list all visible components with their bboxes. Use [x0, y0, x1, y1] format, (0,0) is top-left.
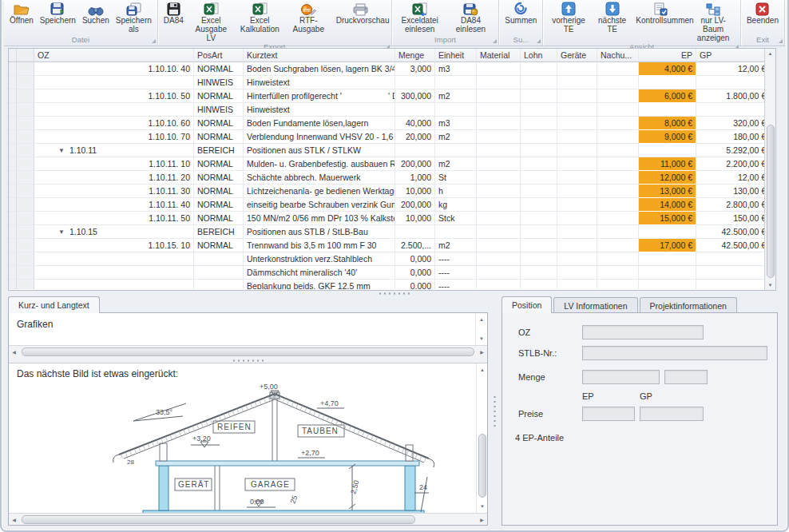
cell-lohn[interactable] [521, 212, 557, 225]
scroll-right-icon[interactable]: ▶ [477, 346, 487, 357]
cell-menge[interactable]: 300,000 [395, 89, 435, 103]
cell-ep[interactable]: 4,000 € [639, 62, 696, 76]
cell-kurztext[interactable]: Hinterfüllen profilgerecht ' ' D 20-30 c… [244, 89, 395, 103]
row-selector[interactable] [9, 130, 17, 144]
stlb-input[interactable] [582, 346, 767, 360]
cell-lohn[interactable] [521, 89, 557, 103]
cell-nachunternehmer[interactable] [597, 117, 639, 130]
cell-posart[interactable]: NORMAL [194, 157, 244, 171]
cell-material[interactable] [477, 185, 521, 198]
menge-unit-input[interactable] [664, 370, 708, 384]
cell-nachunternehmer[interactable] [597, 76, 639, 89]
cell-kurztext[interactable]: Hinweistext [244, 103, 395, 117]
cell-nachunternehmer[interactable] [597, 185, 639, 198]
menge-input[interactable] [582, 370, 660, 384]
cell-ep[interactable] [639, 103, 696, 117]
cell-menge[interactable]: 1,000 [395, 171, 435, 185]
cell-einheit[interactable]: Stck [435, 212, 477, 225]
cell-posart[interactable]: NORMAL [194, 62, 244, 76]
cell-kurztext[interactable]: Verblendung Innenwand VHSV 20 - 1,6 - NF… [244, 130, 395, 144]
table-row[interactable]: Dämmschicht mineralisch '40'0,000---- [9, 266, 764, 280]
row-selector[interactable] [9, 89, 17, 103]
scrollbar-thumb[interactable] [22, 347, 474, 356]
cell-kurztext[interactable]: Dämmschicht mineralisch '40' [244, 266, 395, 280]
cell-gp[interactable]: 1.800,00 € [696, 89, 764, 103]
cell-oz[interactable] [34, 76, 194, 89]
ribbon-button[interactable]: DA84 einlesen [446, 0, 497, 34]
cell-kurztext[interactable]: Beplankung beids. GKF 12,5 mm [244, 280, 395, 289]
cell-kurztext[interactable]: Lichtzeichenanla- ge bedienen Werktage 6… [244, 185, 395, 198]
cell-nachunternehmer[interactable] [597, 225, 639, 239]
cell-oz[interactable]: 1.10.11. 50 [34, 212, 194, 225]
ribbon-button[interactable]: nächste TE [592, 0, 633, 34]
column-header[interactable]: Nachu... [597, 49, 639, 62]
cell-posart[interactable]: NORMAL [194, 130, 244, 144]
cell-einheit[interactable] [435, 103, 477, 117]
cell-lohn[interactable] [521, 103, 557, 117]
cell-menge[interactable]: 0,000 [395, 252, 435, 266]
cell-posart[interactable]: NORMAL [194, 89, 244, 103]
cell-nachunternehmer[interactable] [597, 144, 639, 157]
cell-geraete[interactable] [557, 144, 597, 157]
ribbon-button[interactable]: DA84 [161, 0, 187, 26]
scroll-right-icon[interactable]: ▶ [477, 514, 487, 525]
cell-lohn[interactable] [521, 62, 557, 76]
row-selector-cell[interactable] [17, 239, 34, 252]
cell-posart[interactable] [194, 280, 244, 289]
cell-nachunternehmer[interactable] [597, 198, 639, 212]
cell-menge[interactable]: 0,000 [395, 266, 435, 280]
cell-einheit[interactable]: St [435, 171, 477, 185]
cell-lohn[interactable] [521, 157, 557, 171]
row-selector[interactable] [9, 280, 17, 289]
row-selector-cell[interactable] [17, 280, 34, 289]
grafiken-vertical-scrollbar[interactable]: ▲ ▼ [475, 313, 487, 345]
cell-material[interactable] [477, 266, 521, 280]
tab-kurz-und-langtext[interactable]: Kurz- und Langtext [8, 296, 100, 313]
cell-menge[interactable] [395, 144, 435, 157]
cell-posart[interactable] [194, 252, 244, 266]
row-selector[interactable] [9, 185, 17, 198]
cell-nachunternehmer[interactable] [597, 239, 639, 252]
cell-material[interactable] [477, 76, 521, 89]
cell-ep[interactable]: 17,000 € [639, 239, 696, 252]
table-row[interactable]: 1.10.11. 50NORMAL150 MN/m2 0/56 mm DPr 1… [9, 212, 764, 225]
vertical-splitter[interactable] [488, 296, 502, 526]
column-header[interactable]: PosArt [194, 49, 244, 62]
cell-nachunternehmer[interactable] [597, 171, 639, 185]
cell-nachunternehmer[interactable] [597, 62, 639, 76]
cell-oz[interactable]: 1.10.11. 20 [34, 171, 194, 185]
cell-oz[interactable] [34, 103, 194, 117]
cell-posart[interactable]: HINWEIS [194, 103, 244, 117]
column-header[interactable]: Geräte [557, 49, 597, 62]
cell-oz[interactable] [34, 280, 194, 289]
cell-geraete[interactable] [557, 103, 597, 117]
column-header[interactable]: Material [477, 49, 521, 62]
cell-ep[interactable] [639, 280, 696, 289]
cell-lohn[interactable] [521, 117, 557, 130]
cell-kurztext[interactable]: Trennwand bis 3,5 m 100 mm F 30 [244, 239, 395, 252]
cell-material[interactable] [477, 212, 521, 225]
row-selector-cell[interactable] [17, 103, 34, 117]
cell-einheit[interactable]: h [435, 185, 477, 198]
cell-lohn[interactable] [521, 144, 557, 157]
cell-oz[interactable] [34, 252, 194, 266]
cell-einheit[interactable]: ---- [435, 252, 477, 266]
table-row[interactable]: 1.10.11. 20NORMALSchächte abbrech. Mauer… [9, 171, 764, 185]
cell-ep[interactable]: 14,000 € [639, 198, 696, 212]
cell-lohn[interactable] [521, 185, 557, 198]
cell-lohn[interactable] [521, 266, 557, 280]
cell-material[interactable] [477, 103, 521, 117]
cell-ep[interactable] [639, 225, 696, 239]
cell-ep[interactable]: 9,000 € [639, 130, 696, 144]
table-row[interactable]: 1.10.10. 50NORMALHinterfüllen profilgere… [9, 89, 764, 103]
ep-input[interactable] [582, 407, 635, 421]
cell-nachunternehmer[interactable] [597, 103, 639, 117]
cell-geraete[interactable] [557, 280, 597, 289]
cell-nachunternehmer[interactable] [597, 157, 639, 171]
cell-einheit[interactable]: ---- [435, 280, 477, 289]
table-row[interactable]: 1.10.10. 70NORMALVerblendung Innenwand V… [9, 130, 764, 144]
cell-material[interactable] [477, 252, 521, 266]
cell-lohn[interactable] [521, 225, 557, 239]
row-selector[interactable] [9, 212, 17, 225]
cell-kurztext[interactable]: Hinweistext [244, 76, 395, 89]
